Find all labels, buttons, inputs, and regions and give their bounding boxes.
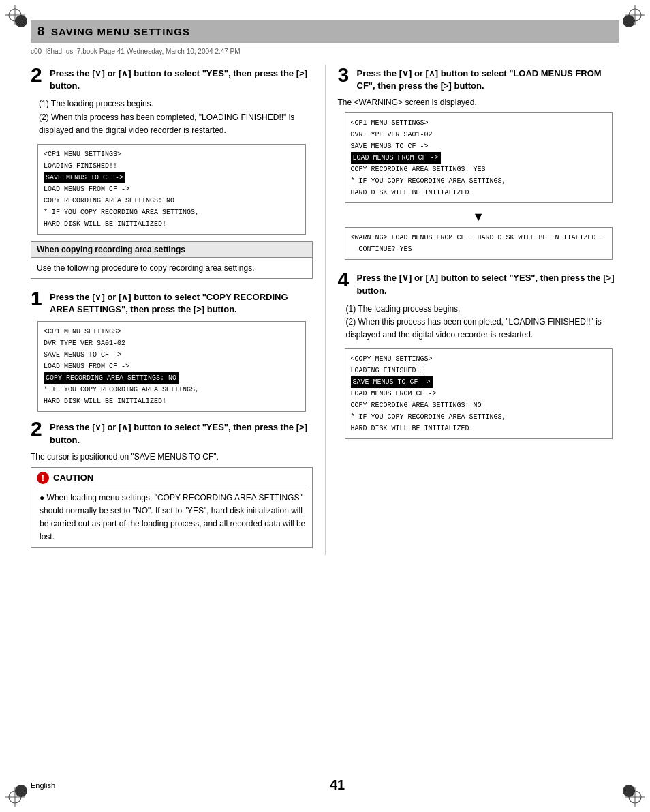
warning-screen: <WARNING> LOAD MENUS FROM CF!! HARD DISK… [345, 227, 613, 260]
screen4-line6: * IF YOU COPY RECORDING AREA SETTINGS, [351, 411, 607, 423]
step2-text: Press the [∨] or [∧] button to select "Y… [50, 65, 313, 92]
screen2-line2: DVR TYPE VER SA01-02 [44, 337, 300, 349]
section-title: SAVING MENU SETTINGS [51, 26, 190, 37]
step4-text: Press the [∨] or [∧] button to select "Y… [357, 269, 620, 297]
screen4-line7: HARD DISK WILL BE INITIALIZED! [351, 423, 607, 434]
caution-title: ! CAUTION [37, 472, 307, 487]
note-box-body: Use the following procedure to copy reco… [31, 258, 312, 278]
step3-text: Press the [∨] or [∧] button to select "L… [357, 65, 620, 92]
page-header: 8 SAVING MENU SETTINGS [31, 20, 619, 43]
step2-number: 2 [31, 65, 46, 85]
warning-line4 [351, 245, 355, 253]
note-box-title: When copying recording area settings [31, 242, 312, 258]
step3-heading: 3 Press the [∨] or [∧] button to select … [338, 65, 620, 92]
screen2-line6: * IF YOU COPY RECORDING AREA SETTINGS, [44, 384, 300, 395]
screen2: <CP1 MENU SETTINGS> DVR TYPE VER SA01-02… [37, 321, 306, 412]
file-info: c00_l8had_us_7.book Page 41 Wednesday, M… [31, 46, 619, 55]
step4-list-item-2: When this process has been completed, "L… [346, 316, 620, 342]
footer-language: English [31, 781, 55, 790]
step3-number: 3 [338, 65, 353, 85]
corner-circle-br [623, 785, 635, 797]
down-arrow: ▼ [338, 210, 620, 224]
screen1-line3: SAVE MENUS TO CF -> [44, 172, 300, 183]
caution-text: When loading menu settings, "COPY RECORD… [40, 493, 305, 542]
corner-circle-bl [15, 785, 27, 797]
warning-line6: YES [400, 245, 412, 253]
caution-body: When loading menu settings, "COPY RECORD… [37, 492, 307, 544]
step2b-text: Press the [∨] or [∧] button to select "Y… [50, 419, 313, 446]
screen1-line1: <CP1 MENU SETTINGS> [44, 149, 300, 160]
screen3-line6: * IF YOU COPY RECORDING AREA SETTINGS, [351, 175, 607, 187]
cursor-note: The cursor is positioned on "SAVE MENUS … [31, 452, 313, 462]
section-number: 8 [37, 25, 44, 39]
corner-circle-tr [623, 15, 635, 27]
page-footer: English 41 [31, 777, 619, 793]
caution-label: CAUTION [53, 472, 93, 483]
screen1-line2: LOADING FINISHED!! [44, 160, 300, 172]
screen2-line3: SAVE MENUS TO CF -> [44, 349, 300, 361]
screen2-line1: <CP1 MENU SETTINGS> [44, 326, 300, 337]
screen1: <CP1 MENU SETTINGS> LOADING FINISHED!! S… [37, 144, 306, 235]
step1-text: Press the [∨] or [∧] button to select "C… [50, 288, 313, 316]
step4-list-item-1: The loading process begins. [346, 303, 620, 316]
screen4: <COPY MENU SETTINGS> LOADING FINISHED!! … [345, 348, 613, 439]
note-box: When copying recording area settings Use… [31, 241, 313, 279]
screen4-line3: SAVE MENUS TO CF -> [351, 376, 607, 388]
step2-list-item-1: The loading process begins. [39, 97, 313, 110]
caution-box: ! CAUTION When loading menu settings, "C… [31, 467, 313, 549]
screen1-line4: LOAD MENUS FROM CF -> [44, 183, 300, 195]
warning-line3: HARD DISK WILL BE INITIALIZED ! [478, 234, 604, 241]
screen3: <CP1 MENU SETTINGS> DVR TYPE VER SA01-02… [345, 112, 613, 203]
corner-circle-tl [15, 15, 27, 27]
screen1-line7: HARD DISK WILL BE INITIALIZED! [44, 218, 300, 230]
warning-intro: The <WARNING> screen is displayed. [338, 97, 620, 107]
screen3-line1: <CP1 MENU SETTINGS> [351, 117, 607, 129]
step2-heading: 2 Press the [∨] or [∧] button to select … [31, 65, 313, 92]
step4-heading: 4 Press the [∨] or [∧] button to select … [338, 269, 620, 297]
warning-line1: <WARNING> [351, 234, 388, 241]
screen3-line2: DVR TYPE VER SA01-02 [351, 129, 607, 140]
content-area: 2 Press the [∨] or [∧] button to select … [31, 65, 619, 555]
step2b-number: 2 [31, 419, 46, 439]
screen3-line5: COPY RECORDING AREA SETTINGS: YES [351, 164, 607, 175]
step2b-heading: 2 Press the [∨] or [∧] button to select … [31, 419, 313, 446]
screen2-line4: LOAD MENUS FROM CF -> [44, 361, 300, 372]
screen1-line5: COPY RECORDING AREA SETTINGS: NO [44, 195, 300, 207]
step4-list: The loading process begins. When this pr… [346, 303, 620, 342]
step1-heading: 1 Press the [∨] or [∧] button to select … [31, 288, 313, 316]
screen3-line4: LOAD MENUS FROM CF -> [351, 152, 607, 164]
left-column: 2 Press the [∨] or [∧] button to select … [31, 65, 326, 555]
step2-list: The loading process begins. When this pr… [39, 97, 313, 137]
screen4-line4: LOAD MENUS FROM CF -> [351, 388, 607, 400]
page-number: 41 [330, 777, 345, 793]
warning-line5: CONTINUE? [359, 245, 396, 253]
step1-number: 1 [31, 288, 46, 309]
screen4-line1: <COPY MENU SETTINGS> [351, 353, 607, 365]
warning-line2: LOAD MENUS FROM CF!! [392, 234, 474, 241]
screen4-line5: COPY RECORDING AREA SETTINGS: NO [351, 400, 607, 411]
step4-number: 4 [338, 269, 353, 290]
screen2-line5: COPY RECORDING AREA SETTINGS: NO [44, 372, 300, 384]
caution-icon: ! [37, 472, 49, 484]
screen2-line7: HARD DISK WILL BE INITIALIZED! [44, 395, 300, 407]
screen4-line2: LOADING FINISHED!! [351, 365, 607, 376]
screen1-line6: * IF YOU COPY RECORDING AREA SETTINGS, [44, 207, 300, 218]
step2-list-item-2: When this process has been completed, "L… [39, 111, 313, 137]
screen3-line3: SAVE MENUS TO CF -> [351, 140, 607, 152]
screen3-line7: HARD DISK WILL BE INITIALIZED! [351, 187, 607, 198]
right-column: 3 Press the [∨] or [∧] button to select … [326, 65, 620, 555]
